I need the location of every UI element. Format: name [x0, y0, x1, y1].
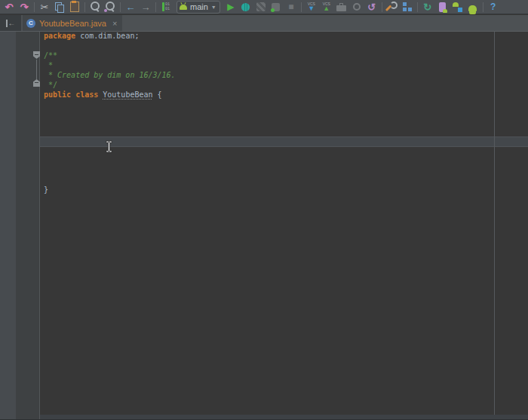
undo-icon: ↶ [5, 2, 14, 12]
binary-tool-button[interactable]: 0101 [158, 0, 173, 14]
hide-panel-button[interactable]: ← [0, 15, 21, 31]
copy-button[interactable] [52, 0, 67, 14]
redo-button[interactable]: ↷ [17, 0, 32, 14]
toolbar-separator [417, 2, 418, 12]
editor-tab-bar: ← C YoutubeBean.java × [0, 15, 528, 32]
code-line: package com.dim.bean; [44, 31, 139, 41]
find-button[interactable] [87, 0, 103, 14]
profile-button[interactable] [269, 0, 284, 14]
run-icon: ▶ [227, 2, 234, 11]
toolbar-separator [382, 2, 382, 12]
project-structure-button[interactable] [400, 0, 415, 14]
vcs-update-icon: VCS ▼ [308, 2, 315, 12]
cut-button[interactable]: ✂ [37, 0, 52, 14]
avd-manager-icon [439, 2, 446, 12]
profile-icon [272, 3, 280, 11]
debug-button[interactable] [238, 0, 253, 14]
right-margin-guide [494, 32, 495, 420]
fold-range-line [36, 60, 37, 79]
main-toolbar: ↶ ↷ ✂ ← → 0101 main ▼ ▶ ■ [0, 0, 528, 14]
history-button[interactable] [349, 0, 364, 14]
show-changes-button[interactable] [334, 0, 349, 14]
history-icon [353, 3, 361, 11]
toolbar-separator [120, 2, 121, 12]
back-arrow-icon: ← [126, 2, 136, 12]
navigate-back-button[interactable]: ← [123, 0, 138, 14]
stop-button[interactable]: ■ [284, 0, 299, 14]
toolbar-separator [84, 2, 85, 12]
text-cursor-pointer [105, 140, 113, 156]
sync-icon: ↻ [423, 2, 431, 12]
paste-icon [70, 2, 79, 12]
redo-icon: ↷ [20, 2, 29, 12]
code-line: * [44, 60, 53, 70]
forward-arrow-icon: → [141, 2, 151, 12]
help-icon: ? [490, 2, 496, 11]
project-structure-icon [403, 2, 412, 11]
run-configuration-select[interactable]: main ▼ [177, 1, 220, 14]
code-line: public class YoutubeBean { [44, 90, 162, 100]
replace-icon [106, 2, 115, 11]
left-tool-window-bar [0, 32, 16, 420]
avd-manager-button[interactable] [435, 0, 450, 14]
android-icon [180, 5, 187, 10]
rollback-icon: ↺ [367, 2, 376, 12]
code-line: } [44, 185, 48, 195]
class-icon: C [26, 19, 35, 28]
toolbar-separator [301, 2, 302, 12]
rollback-button[interactable]: ↺ [364, 0, 379, 14]
chevron-down-icon: ▼ [211, 5, 216, 10]
wrench-icon [387, 2, 398, 12]
gradle-sync-button[interactable]: ↻ [420, 0, 435, 14]
sdk-manager-icon [453, 2, 462, 12]
replace-button[interactable] [103, 0, 118, 14]
help-button[interactable]: ? [486, 0, 501, 14]
coverage-button[interactable] [253, 0, 269, 14]
changes-briefcase-icon [336, 5, 346, 11]
toolbar-separator [155, 2, 156, 12]
stop-icon: ■ [288, 2, 293, 11]
collapse-left-icon: ← [6, 20, 16, 27]
vcs-update-button[interactable]: VCS ▼ [304, 0, 319, 14]
debug-bug-icon [241, 3, 250, 11]
copy-icon [55, 2, 64, 12]
run-configuration-label: main [190, 3, 208, 11]
code-line: /** [44, 51, 57, 60]
run-button[interactable]: ▶ [223, 0, 238, 14]
current-line-highlight [40, 136, 528, 147]
settings-button[interactable] [385, 0, 400, 14]
search-icon [91, 2, 100, 11]
undo-button[interactable]: ↶ [2, 0, 17, 14]
toolbar-separator [483, 2, 483, 12]
close-icon[interactable]: × [112, 19, 117, 28]
vcs-commit-icon: VCS ▲ [323, 2, 330, 12]
android-robot-icon [468, 5, 477, 11]
sdk-manager-button[interactable] [450, 0, 465, 14]
cut-icon: ✂ [41, 2, 49, 12]
ide-window: ↶ ↷ ✂ ← → 0101 main ▼ ▶ ■ [0, 0, 528, 420]
editor-gutter [16, 32, 40, 420]
tab-label: YoutubeBean.java [39, 19, 106, 28]
navigate-forward-button[interactable]: → [138, 0, 153, 14]
device-monitor-button[interactable] [465, 0, 480, 14]
coverage-icon [256, 2, 266, 11]
paste-button[interactable] [67, 0, 82, 14]
vcs-commit-button[interactable]: VCS ▲ [319, 0, 334, 14]
code-line: * Created by dim on 16/3/16. [44, 70, 176, 80]
binary-tool-icon: 0101 [162, 2, 170, 11]
toolbar-separator [34, 2, 35, 12]
code-line: */ [44, 80, 57, 90]
tab-youtubebean-java[interactable]: C YoutubeBean.java × [23, 15, 122, 31]
